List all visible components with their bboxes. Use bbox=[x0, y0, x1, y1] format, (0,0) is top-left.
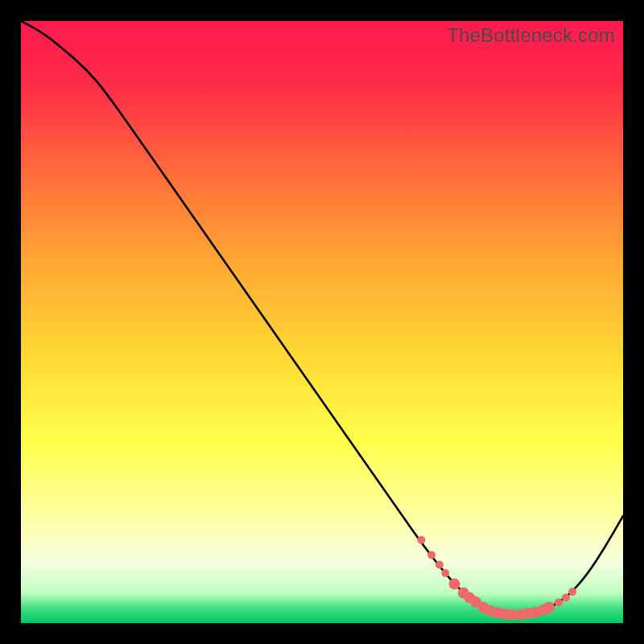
curve-marker bbox=[562, 594, 570, 602]
curve-marker bbox=[417, 536, 425, 544]
chart-frame: TheBottleneck.com bbox=[21, 21, 623, 623]
watermark-text: TheBottleneck.com bbox=[447, 24, 615, 47]
gradient-background bbox=[21, 21, 623, 623]
curve-marker bbox=[543, 602, 555, 613]
curve-marker bbox=[568, 588, 576, 596]
curve-marker bbox=[555, 599, 563, 607]
curve-marker bbox=[436, 560, 444, 568]
curve-marker bbox=[449, 578, 460, 589]
bottleneck-chart bbox=[21, 21, 623, 623]
curve-marker bbox=[441, 569, 449, 577]
curve-marker bbox=[427, 551, 436, 559]
